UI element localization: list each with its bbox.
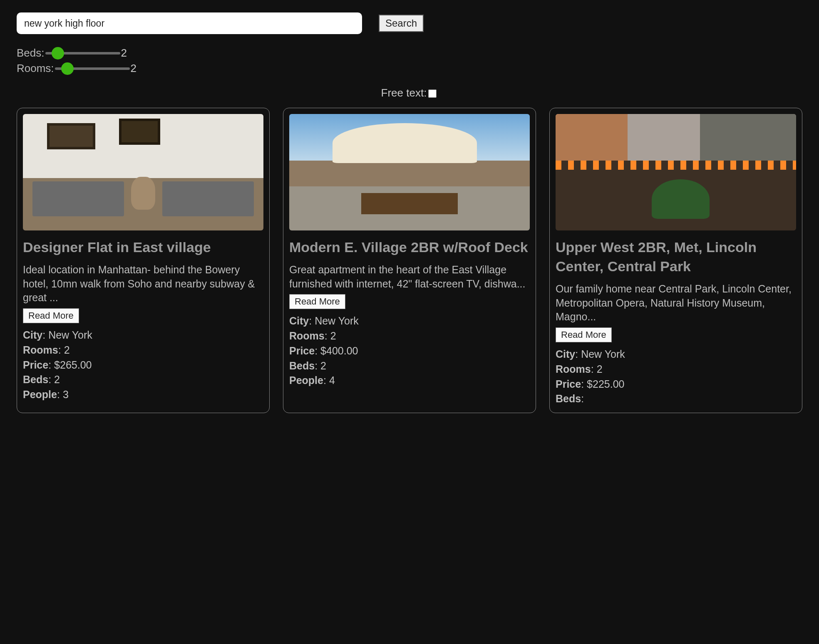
listing-price: Price: $400.00 [289,344,530,358]
listing-description: Great apartment in the heart of the East… [289,263,530,291]
listing-price: Price: $225.00 [556,377,796,391]
listing-rooms: Rooms: 2 [23,343,263,357]
listing-grid: Designer Flat in East village Ideal loca… [17,108,802,413]
listing-image [289,114,530,230]
search-input[interactable] [17,12,362,34]
listing-image [23,114,263,230]
search-bar: Search [17,12,802,34]
rooms-slider[interactable] [55,67,130,70]
listing-price: Price: $265.00 [23,358,263,372]
freetext-label: Free text: [381,87,427,99]
listing-beds: Beds: 2 [289,359,530,373]
rooms-value: 2 [131,62,136,75]
listing-description: Our family home near Central Park, Linco… [556,282,796,324]
listing-city: City: New York [289,314,530,328]
listing-card: Designer Flat in East village Ideal loca… [17,108,270,413]
listing-title: Designer Flat in East village [23,238,263,257]
search-button[interactable]: Search [379,15,424,32]
freetext-filter: Free text: [17,87,802,99]
listing-image [556,114,796,230]
listing-description: Ideal location in Manhattan- behind the … [23,263,263,305]
rooms-filter: Rooms: 2 [17,62,802,75]
read-more-button[interactable]: Read More [289,294,345,309]
listing-rooms: Rooms: 2 [556,362,796,376]
read-more-button[interactable]: Read More [23,308,79,323]
beds-slider[interactable] [45,52,120,54]
listing-card: Upper West 2BR, Met, Lincoln Center, Cen… [549,108,802,413]
beds-label: Beds: [17,47,45,59]
read-more-button[interactable]: Read More [556,327,612,342]
beds-filter: Beds: 2 [17,47,802,59]
listing-city: City: New York [556,347,796,362]
rooms-label: Rooms: [17,62,54,75]
freetext-checkbox[interactable] [428,89,437,98]
listing-people: People: 4 [289,374,530,388]
listing-rooms: Rooms: 2 [289,329,530,343]
listing-beds: Beds: 2 [23,373,263,387]
listing-card: Modern E. Village 2BR w/Roof Deck Great … [283,108,536,413]
listing-beds-partial: Beds: [556,392,796,406]
listing-title: Modern E. Village 2BR w/Roof Deck [289,238,530,257]
beds-value: 2 [121,47,127,59]
listing-title: Upper West 2BR, Met, Lincoln Center, Cen… [556,238,796,276]
listing-city: City: New York [23,328,263,342]
listing-people: People: 3 [23,388,263,402]
